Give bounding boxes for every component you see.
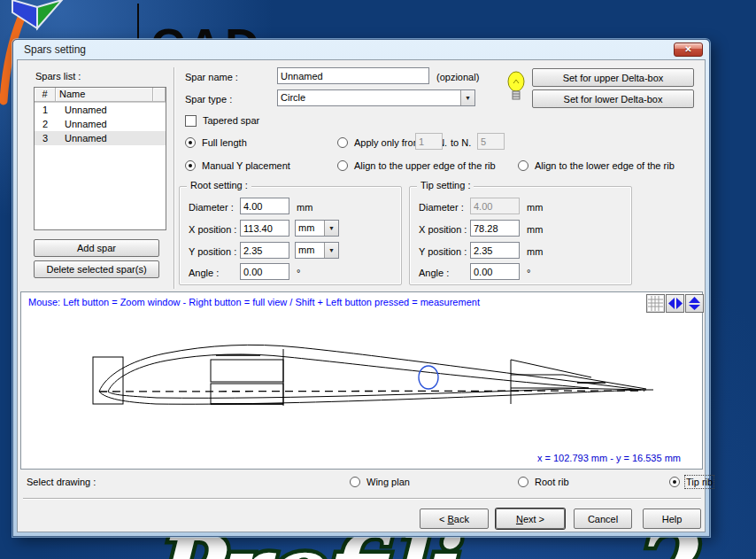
spars-list-header: # Name	[35, 88, 166, 103]
spars-setting-dialog: Spars setting ✕ Spars list : # Name 1 Un…	[12, 39, 710, 537]
root-diameter-label: Diameter :	[189, 202, 234, 213]
tip-setting-group: Tip setting : Diameter : mm X position :…	[409, 186, 632, 285]
root-y-label: Y position :	[189, 246, 236, 257]
root-rib-label: Root rib	[535, 477, 569, 487]
manual-y-radio[interactable]	[185, 160, 196, 171]
spars-list-label: Spars list :	[35, 71, 81, 82]
tip-rib-radio[interactable]	[669, 477, 680, 487]
tip-x-input[interactable]	[470, 220, 520, 237]
chevron-down-icon[interactable]: ▼	[460, 90, 474, 105]
tip-y-label: Y position :	[419, 246, 467, 257]
root-rib-radio[interactable]	[518, 477, 528, 487]
chevron-down-icon[interactable]: ▼	[324, 221, 338, 236]
column-header-stub	[153, 88, 166, 102]
tip-setting-title: Tip setting :	[417, 180, 474, 190]
root-y-input[interactable]	[240, 242, 289, 259]
dialog-client-area: Spars list : # Name 1 Unnamed 2 Unnamed …	[17, 59, 706, 532]
back-button[interactable]: < Back	[420, 509, 489, 529]
root-angle-label: Angle :	[189, 268, 219, 278]
full-length-radio[interactable]	[185, 137, 196, 148]
wing-plan-label: Wing plan	[366, 477, 410, 487]
help-button[interactable]: Help	[643, 509, 701, 529]
full-length-label: Full length	[202, 137, 247, 148]
root-setting-title: Root setting :	[187, 180, 251, 190]
set-upper-deltabox-button[interactable]: Set for upper Delta-box	[532, 68, 694, 87]
tip-diameter-label: Diameter :	[419, 202, 464, 213]
from-rib-input[interactable]	[415, 133, 443, 150]
root-y-unit-select[interactable]: mm ▼	[295, 242, 339, 259]
tip-diameter-input[interactable]	[470, 198, 520, 214]
delete-spar-button[interactable]: Delete selected spar(s)	[34, 260, 159, 278]
root-angle-unit: °	[297, 268, 300, 278]
align-lower-label: Align to the lower edge of the rib	[535, 160, 675, 171]
align-lower-radio[interactable]	[518, 160, 528, 171]
spar-name-label: Spar name :	[185, 72, 238, 82]
to-rib-input[interactable]	[477, 133, 505, 150]
titlebar[interactable]: Spars setting ✕	[13, 40, 709, 59]
rib-drawing-canvas[interactable]: Mouse: Left button = Zoom window - Right…	[20, 291, 703, 470]
column-header-name[interactable]: Name	[56, 88, 153, 102]
root-diameter-unit: mm	[297, 202, 312, 213]
tip-rib-label: Tip rib	[686, 477, 713, 487]
tip-x-label: X position :	[419, 224, 467, 235]
tip-angle-label: Angle :	[419, 268, 449, 278]
tip-diameter-unit: mm	[527, 202, 543, 213]
tip-x-unit: mm	[527, 224, 543, 235]
cursor-coordinates: x = 102.793 mm - y = 16.535 mm	[537, 453, 681, 463]
manual-y-label: Manual Y placement	[202, 160, 290, 171]
cancel-button[interactable]: Cancel	[574, 509, 632, 529]
add-spar-button[interactable]: Add spar	[34, 239, 159, 257]
list-item-selected[interactable]: 3 Unnamed	[35, 131, 166, 145]
tip-y-input[interactable]	[470, 242, 520, 259]
footer-divider	[23, 498, 701, 500]
chevron-down-icon[interactable]: ▼	[324, 243, 338, 258]
root-x-unit-select[interactable]: mm ▼	[295, 220, 339, 237]
tapered-spar-label: Tapered spar	[203, 115, 259, 126]
next-button[interactable]: Next >	[496, 509, 565, 529]
spar-name-input[interactable]	[277, 67, 429, 84]
spars-list[interactable]: # Name 1 Unnamed 2 Unnamed 3 Unnamed	[34, 87, 166, 230]
dialog-title: Spars setting	[24, 43, 86, 56]
to-rib-label: to N.	[451, 137, 471, 148]
spar-name-hint: (opzional)	[436, 72, 479, 82]
lightbulb-icon	[505, 71, 528, 103]
root-setting-group: Root setting : Diameter : mm X position …	[179, 186, 402, 285]
root-diameter-input[interactable]	[240, 198, 289, 214]
tapered-spar-checkbox[interactable]	[185, 115, 197, 127]
list-item[interactable]: 2 Unnamed	[35, 117, 166, 131]
airfoil-drawing	[21, 292, 704, 470]
tip-y-unit: mm	[527, 246, 543, 257]
list-item[interactable]: 1 Unnamed	[35, 103, 166, 117]
root-x-label: X position :	[189, 224, 236, 235]
wing-plan-radio[interactable]	[350, 477, 360, 487]
root-x-input[interactable]	[240, 220, 289, 237]
spar-type-select[interactable]: Circle ▼	[277, 89, 475, 106]
set-lower-deltabox-button[interactable]: Set for lower Delta-box	[532, 89, 694, 108]
vertical-separator	[174, 67, 175, 289]
align-upper-label: Align to the upper edge of the rib	[354, 160, 496, 171]
apply-from-rib-radio[interactable]	[337, 137, 348, 148]
splash-divider-bar	[137, 4, 139, 39]
select-drawing-label: Select drawing :	[27, 477, 96, 487]
tip-angle-input[interactable]	[470, 263, 520, 280]
root-angle-input[interactable]	[240, 263, 289, 280]
spar-type-label: Spar type :	[185, 94, 232, 105]
align-upper-radio[interactable]	[337, 160, 348, 171]
tip-angle-unit: °	[527, 268, 530, 278]
close-icon[interactable]: ✕	[674, 43, 703, 57]
column-header-num[interactable]: #	[35, 88, 56, 102]
